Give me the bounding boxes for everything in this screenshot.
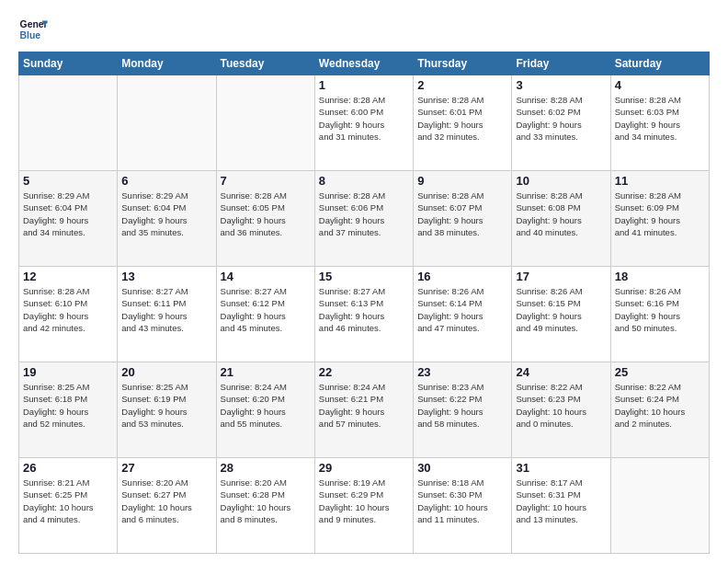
- day-cell: 24Sunrise: 8:22 AM Sunset: 6:23 PM Dayli…: [512, 362, 610, 458]
- day-cell: 2Sunrise: 8:28 AM Sunset: 6:01 PM Daylig…: [414, 75, 512, 171]
- day-info: Sunrise: 8:23 AM Sunset: 6:22 PM Dayligh…: [417, 381, 507, 430]
- day-info: Sunrise: 8:28 AM Sunset: 6:06 PM Dayligh…: [319, 190, 409, 238]
- day-info: Sunrise: 8:27 AM Sunset: 6:11 PM Dayligh…: [121, 285, 211, 334]
- day-cell: 27Sunrise: 8:20 AM Sunset: 6:27 PM Dayli…: [118, 458, 216, 554]
- day-number: 28: [221, 461, 311, 475]
- day-info: Sunrise: 8:28 AM Sunset: 6:09 PM Dayligh…: [615, 190, 705, 238]
- day-number: 11: [615, 174, 705, 188]
- day-cell: 19Sunrise: 8:25 AM Sunset: 6:18 PM Dayli…: [19, 362, 118, 458]
- day-number: 30: [417, 461, 507, 475]
- week-row-3: 12Sunrise: 8:28 AM Sunset: 6:10 PM Dayli…: [19, 267, 710, 362]
- day-cell: [610, 458, 709, 554]
- day-number: 9: [417, 174, 507, 188]
- day-cell: 15Sunrise: 8:27 AM Sunset: 6:13 PM Dayli…: [314, 267, 413, 362]
- day-info: Sunrise: 8:29 AM Sunset: 6:04 PM Dayligh…: [23, 190, 113, 238]
- day-cell: 20Sunrise: 8:25 AM Sunset: 6:19 PM Dayli…: [118, 362, 216, 458]
- day-info: Sunrise: 8:28 AM Sunset: 6:03 PM Dayligh…: [615, 94, 705, 143]
- day-number: 22: [319, 365, 409, 379]
- day-info: Sunrise: 8:26 AM Sunset: 6:14 PM Dayligh…: [417, 285, 507, 334]
- day-number: 10: [516, 174, 606, 188]
- day-cell: 14Sunrise: 8:27 AM Sunset: 6:12 PM Dayli…: [216, 267, 314, 362]
- day-info: Sunrise: 8:22 AM Sunset: 6:23 PM Dayligh…: [516, 381, 606, 430]
- day-number: 13: [121, 270, 211, 283]
- day-cell: 23Sunrise: 8:23 AM Sunset: 6:22 PM Dayli…: [414, 362, 512, 458]
- day-cell: 11Sunrise: 8:28 AM Sunset: 6:09 PM Dayli…: [610, 171, 709, 267]
- day-cell: 30Sunrise: 8:18 AM Sunset: 6:30 PM Dayli…: [414, 458, 512, 554]
- day-number: 4: [615, 78, 705, 92]
- weekday-thursday: Thursday: [414, 52, 512, 75]
- day-cell: 17Sunrise: 8:26 AM Sunset: 6:15 PM Dayli…: [512, 267, 610, 362]
- day-info: Sunrise: 8:26 AM Sunset: 6:16 PM Dayligh…: [615, 285, 705, 334]
- day-info: Sunrise: 8:29 AM Sunset: 6:04 PM Dayligh…: [121, 190, 211, 238]
- week-row-4: 19Sunrise: 8:25 AM Sunset: 6:18 PM Dayli…: [19, 362, 710, 458]
- day-info: Sunrise: 8:28 AM Sunset: 6:10 PM Dayligh…: [23, 285, 113, 334]
- day-number: 2: [417, 78, 507, 92]
- day-info: Sunrise: 8:28 AM Sunset: 6:00 PM Dayligh…: [319, 94, 409, 143]
- weekday-monday: Monday: [118, 52, 216, 75]
- day-info: Sunrise: 8:17 AM Sunset: 6:31 PM Dayligh…: [516, 477, 606, 525]
- day-info: Sunrise: 8:28 AM Sunset: 6:01 PM Dayligh…: [417, 94, 507, 143]
- day-number: 6: [121, 174, 211, 188]
- day-info: Sunrise: 8:20 AM Sunset: 6:28 PM Dayligh…: [221, 477, 311, 525]
- day-info: Sunrise: 8:28 AM Sunset: 6:02 PM Dayligh…: [516, 94, 606, 143]
- weekday-header-row: SundayMondayTuesdayWednesdayThursdayFrid…: [19, 52, 710, 75]
- day-info: Sunrise: 8:27 AM Sunset: 6:12 PM Dayligh…: [221, 285, 311, 334]
- day-cell: 6Sunrise: 8:29 AM Sunset: 6:04 PM Daylig…: [118, 171, 216, 267]
- day-number: 23: [417, 365, 507, 379]
- day-number: 24: [516, 365, 606, 379]
- day-number: 1: [319, 78, 409, 92]
- day-number: 25: [615, 365, 705, 379]
- day-info: Sunrise: 8:22 AM Sunset: 6:24 PM Dayligh…: [615, 381, 705, 430]
- day-cell: 3Sunrise: 8:28 AM Sunset: 6:02 PM Daylig…: [512, 75, 610, 171]
- day-cell: 9Sunrise: 8:28 AM Sunset: 6:07 PM Daylig…: [414, 171, 512, 267]
- day-cell: 8Sunrise: 8:28 AM Sunset: 6:06 PM Daylig…: [314, 171, 413, 267]
- day-cell: 31Sunrise: 8:17 AM Sunset: 6:31 PM Dayli…: [512, 458, 610, 554]
- week-row-2: 5Sunrise: 8:29 AM Sunset: 6:04 PM Daylig…: [19, 171, 710, 267]
- day-number: 27: [121, 461, 211, 475]
- weekday-sunday: Sunday: [19, 52, 118, 75]
- day-info: Sunrise: 8:27 AM Sunset: 6:13 PM Dayligh…: [319, 285, 409, 334]
- day-cell: 10Sunrise: 8:28 AM Sunset: 6:08 PM Dayli…: [512, 171, 610, 267]
- day-cell: 1Sunrise: 8:28 AM Sunset: 6:00 PM Daylig…: [314, 75, 413, 171]
- day-cell: 29Sunrise: 8:19 AM Sunset: 6:29 PM Dayli…: [314, 458, 413, 554]
- day-info: Sunrise: 8:28 AM Sunset: 6:07 PM Dayligh…: [417, 190, 507, 238]
- day-number: 20: [121, 365, 211, 379]
- day-cell: 21Sunrise: 8:24 AM Sunset: 6:20 PM Dayli…: [216, 362, 314, 458]
- day-info: Sunrise: 8:26 AM Sunset: 6:15 PM Dayligh…: [516, 285, 606, 334]
- weekday-saturday: Saturday: [610, 52, 709, 75]
- day-cell: [19, 75, 118, 171]
- day-number: 14: [221, 270, 311, 283]
- day-number: 7: [221, 174, 311, 188]
- day-info: Sunrise: 8:28 AM Sunset: 6:05 PM Dayligh…: [221, 190, 311, 238]
- weekday-wednesday: Wednesday: [314, 52, 413, 75]
- day-info: Sunrise: 8:18 AM Sunset: 6:30 PM Dayligh…: [417, 477, 507, 525]
- day-info: Sunrise: 8:25 AM Sunset: 6:19 PM Dayligh…: [121, 381, 211, 430]
- logo-icon: General Blue: [18, 15, 48, 44]
- day-number: 31: [516, 461, 606, 475]
- day-number: 18: [615, 270, 705, 283]
- logo: General Blue: [18, 15, 48, 44]
- day-number: 21: [221, 365, 311, 379]
- weekday-tuesday: Tuesday: [216, 52, 314, 75]
- day-cell: 13Sunrise: 8:27 AM Sunset: 6:11 PM Dayli…: [118, 267, 216, 362]
- day-cell: 4Sunrise: 8:28 AM Sunset: 6:03 PM Daylig…: [610, 75, 709, 171]
- day-cell: 18Sunrise: 8:26 AM Sunset: 6:16 PM Dayli…: [610, 267, 709, 362]
- day-number: 12: [23, 270, 113, 283]
- header: General Blue: [18, 15, 710, 44]
- day-info: Sunrise: 8:24 AM Sunset: 6:20 PM Dayligh…: [221, 381, 311, 430]
- day-cell: 16Sunrise: 8:26 AM Sunset: 6:14 PM Dayli…: [414, 267, 512, 362]
- day-number: 17: [516, 270, 606, 283]
- day-cell: 12Sunrise: 8:28 AM Sunset: 6:10 PM Dayli…: [19, 267, 118, 362]
- day-number: 29: [319, 461, 409, 475]
- day-info: Sunrise: 8:20 AM Sunset: 6:27 PM Dayligh…: [121, 477, 211, 525]
- page: General Blue SundayMondayTuesdayWednesda…: [0, 0, 728, 563]
- weekday-friday: Friday: [512, 52, 610, 75]
- day-cell: 26Sunrise: 8:21 AM Sunset: 6:25 PM Dayli…: [19, 458, 118, 554]
- day-cell: [216, 75, 314, 171]
- day-cell: 5Sunrise: 8:29 AM Sunset: 6:04 PM Daylig…: [19, 171, 118, 267]
- day-cell: [118, 75, 216, 171]
- day-number: 26: [23, 461, 113, 475]
- day-info: Sunrise: 8:24 AM Sunset: 6:21 PM Dayligh…: [319, 381, 409, 430]
- day-number: 19: [23, 365, 113, 379]
- day-cell: 22Sunrise: 8:24 AM Sunset: 6:21 PM Dayli…: [314, 362, 413, 458]
